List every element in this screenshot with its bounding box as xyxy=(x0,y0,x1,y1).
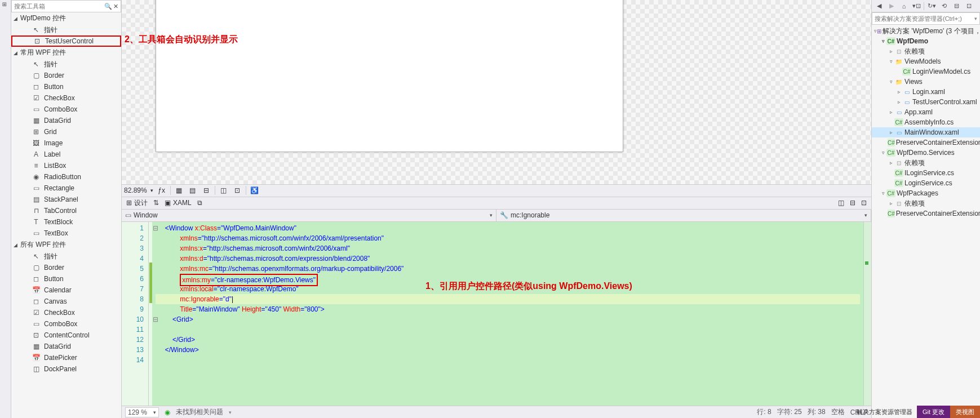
toolbox-item-stackpanel[interactable]: ▤StackPanel xyxy=(11,194,121,205)
solution-search[interactable]: ▾ xyxy=(872,12,980,25)
toolbox-item-listbox[interactable]: ≡ListBox xyxy=(11,160,121,171)
swap-panes-button[interactable]: ⇅ xyxy=(153,199,159,207)
split-v-button[interactable]: ⊟ xyxy=(850,199,855,207)
toolbox-item-datagrid[interactable]: ▦DataGrid xyxy=(11,341,121,352)
toolbox-item-dockpanel[interactable]: ◫DockPanel xyxy=(11,363,121,375)
window-icon: ▭ xyxy=(125,211,131,219)
accessibility-icon[interactable]: ♿ xyxy=(250,185,260,195)
xaml-tab[interactable]: ▣XAML xyxy=(165,199,192,207)
indent-indicator[interactable]: 空格 xyxy=(831,407,845,417)
tree-item-loginviewmodel-cs[interactable]: C#LoginViewModel.cs xyxy=(872,66,980,77)
clear-icon[interactable]: ✕ xyxy=(113,3,118,10)
tree-item-iloginservice-cs[interactable]: C#ILoginService.cs xyxy=(872,168,980,178)
fx-button[interactable]: ƒx xyxy=(157,185,167,195)
toolbox-item-calendar[interactable]: 📅Calendar xyxy=(11,284,121,296)
solution-explorer-tab[interactable]: 解决方案资源管理器 xyxy=(852,408,917,416)
toolbox-item-tabcontrol[interactable]: ⊓TabControl xyxy=(11,205,121,216)
dropdown-icon[interactable]: ▾ xyxy=(974,16,977,21)
tree-item-mainwindow-xaml[interactable]: ▹▭MainWindow.xaml xyxy=(872,127,980,137)
toolbox-item-border[interactable]: ▢Border xyxy=(11,262,121,273)
snap-icon[interactable]: ▤ xyxy=(188,185,198,195)
tree-item-testusercontrol-xaml[interactable]: ▹▭TestUserControl.xaml xyxy=(872,97,980,107)
toolbox-group-header[interactable]: ◢所有 WPF 控件 xyxy=(11,239,121,251)
solution-search-input[interactable] xyxy=(875,15,974,22)
col-indicator[interactable]: 列: 38 xyxy=(808,407,826,417)
tree-item-views[interactable]: ▿📁Views xyxy=(872,77,980,87)
toolbox-item-button[interactable]: ◻Button xyxy=(11,81,121,92)
chevron-down-icon[interactable]: ▾ xyxy=(150,188,153,193)
git-changes-tab[interactable]: Git 更改 xyxy=(917,406,950,418)
scroll-map[interactable] xyxy=(863,222,871,406)
toolbox-group-header[interactable]: ◢WpfDemo 控件 xyxy=(11,12,121,24)
popout-button[interactable]: ⧉ xyxy=(197,199,202,207)
toolbox-item-datepicker[interactable]: 📅DatePicker xyxy=(11,352,121,363)
tree-item--[interactable]: ▹⊡依赖项 xyxy=(872,46,980,56)
switch-icon[interactable]: ▾⊡ xyxy=(911,1,921,11)
toolbox-item-combobox[interactable]: ▭ComboBox xyxy=(11,318,121,330)
tree-item-wpfdemo[interactable]: ▿C#WpfDemo xyxy=(872,36,980,46)
member-dropdown[interactable]: 🔧 mc:Ignorable ▾ xyxy=(496,210,871,221)
class-view-tab[interactable]: 类视图 xyxy=(950,406,980,418)
char-indicator[interactable]: 字符: 25 xyxy=(777,407,802,417)
split-h-button[interactable]: ◫ xyxy=(838,199,844,207)
toolbox-search-input[interactable] xyxy=(14,3,104,10)
tree-item-wpfpackages[interactable]: ▿C#WpfPackages xyxy=(872,188,980,198)
sync-icon[interactable]: ↻▾ xyxy=(926,1,937,11)
toolbox-item-image[interactable]: 🖼Image xyxy=(11,137,121,149)
designer-surface[interactable]: 2、工具箱会自动识别并显示 xyxy=(122,0,871,185)
toolbox-item-checkbox[interactable]: ☑CheckBox xyxy=(11,92,121,104)
tree-item--[interactable]: ▹⊡依赖项 xyxy=(872,158,980,168)
tree-item-login-xaml[interactable]: ▹▭Login.xaml xyxy=(872,87,980,97)
toolbox-item-指针[interactable]: ↖指针 xyxy=(11,24,121,35)
refresh-icon[interactable]: ⟲ xyxy=(939,1,949,11)
toolbox-item-canvas[interactable]: ◻Canvas xyxy=(11,296,121,307)
lock-icon[interactable]: ⊡ xyxy=(232,185,242,195)
member-dropdown-value: mc:Ignorable xyxy=(511,211,549,219)
snap-grid-icon[interactable]: ◫ xyxy=(219,185,229,195)
tree-item-preservecontainerextension[interactable]: C#PreserveContainerExtension xyxy=(872,208,980,219)
toolbox-group-header[interactable]: ◢常用 WPF 控件 xyxy=(11,47,121,59)
toolbox-item-combobox[interactable]: ▭ComboBox xyxy=(11,104,121,115)
zoom-value[interactable]: 82.89% xyxy=(124,186,147,194)
toolbox-item-contentcontrol[interactable]: ⊡ContentControl xyxy=(11,330,121,341)
tree-item-wpfdemo-services[interactable]: ▿C#WpfDemo.Services xyxy=(872,148,980,158)
toolbox-item-button[interactable]: ◻Button xyxy=(11,273,121,284)
tree-item-viewmodels[interactable]: ▿📁ViewModels xyxy=(872,56,980,66)
toolbox-item-textblock[interactable]: TTextBlock xyxy=(11,216,121,228)
toolbox-item-label[interactable]: ALabel xyxy=(11,149,121,160)
solution-root[interactable]: ▿ ⊞ 解决方案 'WpfDemo' (3 个项目，共 xyxy=(872,26,980,36)
toolbox-item-指针[interactable]: ↖指针 xyxy=(11,251,121,262)
collapse-button[interactable]: ⊡ xyxy=(861,199,867,207)
zoom-combo[interactable]: 129 %▾ xyxy=(125,407,159,417)
grid-toggle-icon[interactable]: ▦ xyxy=(174,185,184,195)
tree-item--[interactable]: ▹⊡依赖项 xyxy=(872,198,980,208)
tree-item-loginservice-cs[interactable]: C#LoginService.cs xyxy=(872,178,980,188)
snapline-icon[interactable]: ⊟ xyxy=(201,185,211,195)
code-content[interactable]: <Window x:Class="WpfDemo.MainWindow" xml… xyxy=(152,222,863,406)
tree-item-app-xaml[interactable]: ▹▭App.xaml xyxy=(872,107,980,117)
toolbox-item-datagrid[interactable]: ▦DataGrid xyxy=(11,115,121,126)
scope-dropdown[interactable]: ▭ Window ▾ xyxy=(122,210,496,221)
toolbox-item-testusercontrol[interactable]: ⊡TestUserControl xyxy=(11,35,121,47)
tree-item-preservecontainerextension[interactable]: C#PreserveContainerExtension xyxy=(872,137,980,148)
design-tab[interactable]: ⊞设计 xyxy=(126,198,148,208)
toolbox-search[interactable]: 🔍 ✕ xyxy=(11,0,121,12)
toolbox-item-textbox[interactable]: ▭TextBox xyxy=(11,228,121,239)
toolbox-item-grid[interactable]: ⊞Grid xyxy=(11,126,121,137)
designer-canvas[interactable] xyxy=(156,0,623,152)
toolbox-item-指针[interactable]: ↖指针 xyxy=(11,59,121,70)
code-editor[interactable]: 1234567891011121314 ⊟⊟ <Window x:Class="… xyxy=(122,222,871,406)
back-icon[interactable]: ◀ xyxy=(874,1,884,11)
toolbox-item-checkbox[interactable]: ☑CheckBox xyxy=(11,307,121,318)
fwd-icon[interactable]: ▶ xyxy=(886,1,897,11)
toolbox-item-rectangle[interactable]: ▭Rectangle xyxy=(11,183,121,194)
toolbox-item-radiobutton[interactable]: ◉RadioButton xyxy=(11,171,121,183)
tree-item-assemblyinfo-cs[interactable]: C#AssemblyInfo.cs xyxy=(872,117,980,127)
home-icon[interactable]: ⌂ xyxy=(899,1,909,11)
line-indicator[interactable]: 行: 8 xyxy=(757,407,771,417)
chevron-icon: ▾ xyxy=(229,410,232,415)
show-all-icon[interactable]: ⊡ xyxy=(964,1,974,11)
issues-text[interactable]: 未找到相关问题 xyxy=(176,407,223,417)
collapse-all-icon[interactable]: ⊟ xyxy=(951,1,961,11)
toolbox-item-border[interactable]: ▢Border xyxy=(11,70,121,81)
